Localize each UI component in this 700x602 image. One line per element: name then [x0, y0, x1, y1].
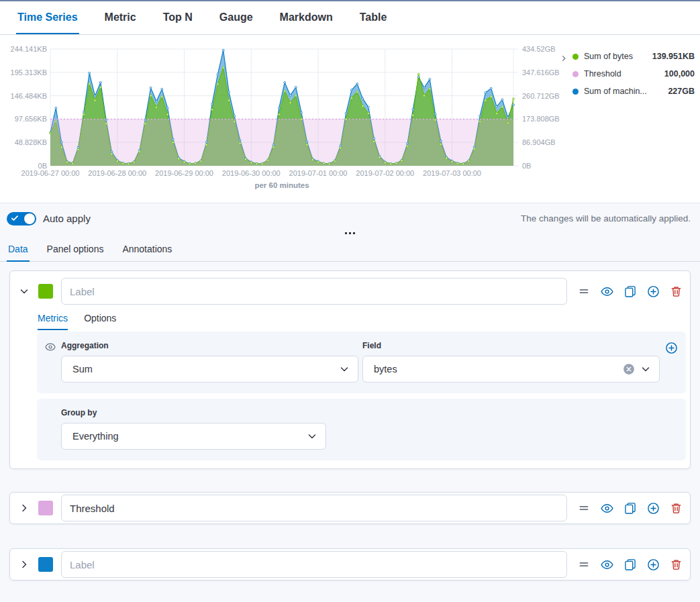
series-color-swatch[interactable] — [38, 501, 53, 515]
eye-icon[interactable] — [601, 558, 613, 571]
auto-apply-toggle[interactable] — [7, 212, 36, 225]
field-value: bytes — [374, 364, 623, 374]
group-by-value: Everything — [72, 431, 307, 442]
tab-markdown[interactable]: Markdown — [279, 1, 334, 34]
drag-handle-icon[interactable] — [578, 503, 590, 513]
tab-panel-options[interactable]: Panel options — [46, 240, 105, 262]
svg-text:0B: 0B — [522, 162, 531, 170]
clone-series-icon[interactable] — [624, 285, 636, 297]
legend-label: Sum of machin... — [584, 87, 664, 96]
svg-text:434.52GB: 434.52GB — [522, 45, 556, 53]
aggregation-select[interactable]: Sum — [61, 356, 358, 383]
group-by-row: Group by Everything — [37, 399, 686, 460]
delete-series-icon[interactable] — [670, 286, 682, 297]
add-series-icon[interactable] — [647, 558, 660, 571]
legend-dot-pink — [572, 71, 579, 77]
chevron-down-icon — [339, 364, 350, 374]
svg-text:2019-06-27 00:00: 2019-06-27 00:00 — [21, 169, 80, 177]
add-metric-icon[interactable] — [665, 342, 678, 354]
tab-gauge[interactable]: Gauge — [218, 1, 254, 34]
aggregation-value: Sum — [72, 364, 339, 374]
eye-icon[interactable] — [601, 502, 613, 515]
series-panel-2 — [9, 492, 691, 524]
expand-chevron-right-icon[interactable] — [18, 502, 30, 514]
panel-editor: Auto apply The changes will be automatic… — [0, 203, 700, 602]
delete-series-icon[interactable] — [670, 559, 682, 570]
metric-eye-icon[interactable] — [45, 342, 56, 352]
series-actions — [578, 502, 682, 515]
svg-text:48.828KB: 48.828KB — [15, 138, 47, 146]
svg-text:244.141KB: 244.141KB — [11, 45, 47, 53]
series-header — [10, 271, 690, 311]
field-combobox[interactable]: bytes — [362, 356, 660, 383]
series-actions — [578, 558, 682, 571]
tab-table[interactable]: Table — [358, 1, 389, 34]
legend-dot-blue — [572, 89, 579, 95]
legend-value: 139.951KB — [652, 52, 695, 61]
svg-text:86.904GB: 86.904GB — [522, 138, 556, 146]
series-header — [10, 549, 690, 580]
series-color-swatch[interactable] — [38, 557, 53, 572]
svg-text:2019-06-29 00:00: 2019-06-29 00:00 — [155, 169, 213, 177]
toggle-knob — [24, 213, 35, 224]
legend-item-sum-of-machine-ram[interactable]: Sum of machin... 227GB — [572, 83, 695, 100]
tab-annotations[interactable]: Annotations — [121, 240, 173, 262]
eye-icon[interactable] — [601, 285, 613, 298]
tab-options[interactable]: Options — [84, 313, 116, 330]
panel-resize-handle[interactable] — [0, 228, 700, 238]
group-by-select[interactable]: Everything — [61, 423, 326, 450]
series-label-input[interactable] — [61, 495, 567, 521]
svg-text:2019-06-28 00:00: 2019-06-28 00:00 — [88, 169, 146, 177]
tab-time-series[interactable]: Time Series — [16, 1, 79, 34]
svg-text:2019-06-30 00:00: 2019-06-30 00:00 — [222, 169, 281, 177]
series-header — [10, 493, 690, 523]
svg-text:260.712GB: 260.712GB — [522, 92, 560, 100]
svg-text:2019-07-03 00:00: 2019-07-03 00:00 — [423, 169, 481, 177]
chart-preview-area: 0B0B48.828KB86.904GB97.656KB173.808GB146… — [0, 35, 700, 203]
legend-item-sum-of-bytes[interactable]: Sum of bytes 139.951KB — [572, 48, 695, 65]
series-panel-1: Metrics Options Aggregation Sum — [9, 270, 691, 469]
legend-label: Sum of bytes — [584, 52, 648, 61]
legend-value: 100,000 — [664, 69, 695, 79]
tab-metric[interactable]: Metric — [103, 1, 138, 34]
drag-handle-icon[interactable] — [578, 286, 590, 297]
svg-text:146.484KB: 146.484KB — [11, 92, 47, 100]
metric-row: Aggregation Sum Field bytes — [37, 332, 686, 393]
svg-text:2019-07-01 00:00: 2019-07-01 00:00 — [289, 169, 348, 177]
series-actions — [578, 285, 682, 298]
svg-text:97.656KB: 97.656KB — [15, 115, 47, 123]
legend-item-threshold[interactable]: Threshold 100,000 — [572, 65, 695, 83]
series-label-input[interactable] — [61, 551, 567, 578]
delete-series-icon[interactable] — [670, 503, 682, 514]
group-by-label: Group by — [61, 408, 678, 417]
visualization-tab-bar: Time Series Metric Top N Gauge Markdown … — [0, 1, 700, 35]
legend-value: 227GB — [668, 87, 695, 96]
expand-chevron-right-icon[interactable] — [18, 558, 30, 570]
field-label: Field — [362, 341, 660, 350]
clone-series-icon[interactable] — [624, 558, 636, 570]
series-color-swatch[interactable] — [38, 284, 53, 299]
series-label-input[interactable] — [61, 278, 567, 305]
svg-text:173.808GB: 173.808GB — [522, 115, 560, 123]
aggregation-label: Aggregation — [61, 341, 358, 350]
series-inner-tabs: Metrics Options — [38, 313, 682, 330]
legend-dot-green — [572, 54, 579, 60]
svg-text:2019-07-02 00:00: 2019-07-02 00:00 — [356, 169, 414, 177]
clear-field-icon[interactable] — [623, 363, 635, 375]
auto-apply-bar: Auto apply The changes will be automatic… — [0, 203, 700, 228]
chevron-down-icon — [307, 431, 317, 442]
svg-text:347.616GB: 347.616GB — [522, 68, 560, 77]
add-series-icon[interactable] — [647, 502, 660, 515]
tab-data[interactable]: Data — [7, 240, 30, 262]
tab-metrics[interactable]: Metrics — [38, 313, 68, 330]
add-series-icon[interactable] — [647, 285, 660, 298]
drag-handle-icon[interactable] — [578, 559, 590, 570]
collapse-chevron-down-icon[interactable] — [18, 285, 30, 297]
svg-text:195.313KB: 195.313KB — [11, 68, 47, 77]
legend-collapse-chevron-icon[interactable] — [558, 52, 570, 64]
legend-label: Threshold — [584, 69, 660, 79]
tab-top-n[interactable]: Top N — [162, 1, 194, 34]
series-list: Metrics Options Aggregation Sum — [0, 262, 700, 594]
clone-series-icon[interactable] — [624, 502, 636, 514]
chevron-down-icon — [640, 364, 651, 374]
